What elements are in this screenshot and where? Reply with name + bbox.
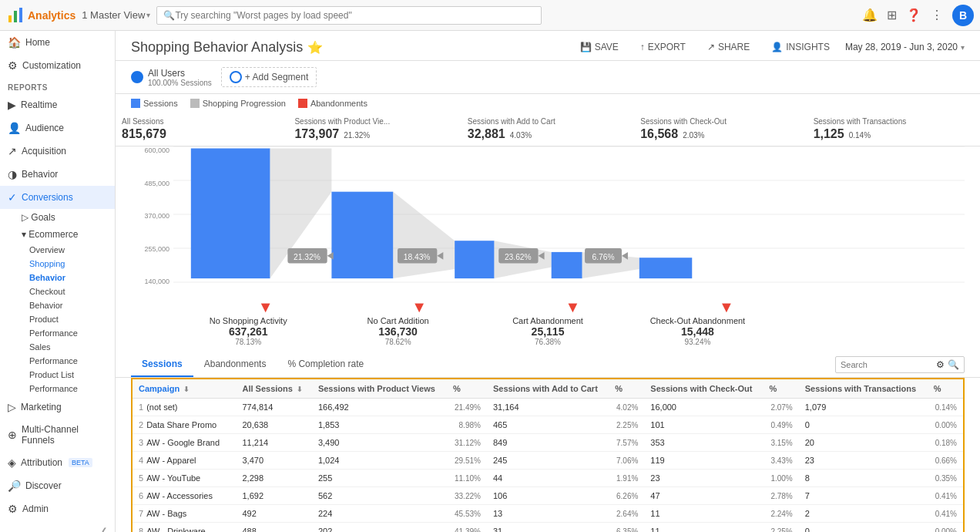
sidebar-item-acquisition[interactable]: ↗ Acquisition: [0, 140, 115, 163]
sidebar-item-admin[interactable]: ⚙ Admin: [0, 497, 115, 520]
arrow-checkout-abandon: ▼: [649, 298, 803, 316]
th-pct1: %: [447, 379, 487, 399]
sidebar-item-marketing[interactable]: ▷ Marketing: [0, 396, 115, 419]
segment-all-users[interactable]: All Users 100.00% Sessions: [131, 68, 212, 87]
th-add-cart[interactable]: Sessions with Add to Cart: [487, 379, 609, 399]
nav-icons: 🔔 ⊞ ❓ ⋮ B: [862, 5, 974, 26]
sidebar-item-multichannel[interactable]: ⊕ Multi-Channel Funnels: [0, 419, 115, 451]
tabs-bar: Sessions Abandonments % Completion rate …: [116, 352, 980, 378]
conversions-icon: ✓: [8, 191, 17, 204]
abandon-label-no-cart: No Cart Addition 136,730 78.62%: [323, 316, 472, 346]
arrow-no-shopping: ▼: [181, 298, 342, 316]
content-area: Shopping Behavior Analysis ⭐ 💾 SAVE ↑ EX…: [116, 31, 980, 532]
sidebar-item-behavior-ec[interactable]: Behavior: [0, 271, 115, 285]
realtime-icon: ▶: [8, 99, 16, 111]
table-row: 5AW - YouTube 2,298 255 11.10% 44 1.91% …: [132, 470, 964, 487]
behavior-icon: ◑: [8, 168, 17, 180]
global-search[interactable]: 🔍: [156, 6, 542, 25]
th-checkout[interactable]: Sessions with Check-Out: [644, 379, 763, 399]
help-icon[interactable]: ❓: [906, 8, 921, 22]
save-button[interactable]: 💾 SAVE: [574, 39, 625, 56]
sidebar-item-performance[interactable]: Performance: [0, 326, 115, 340]
th-campaign[interactable]: Campaign ⬇: [132, 379, 236, 399]
sidebar-item-performance2[interactable]: Performance: [0, 354, 115, 368]
sidebar-item-attribution[interactable]: ◈ Attribution BETA: [0, 451, 115, 474]
sidebar-item-realtime[interactable]: ▶ Realtime: [0, 93, 115, 116]
table-row: 8AW - Drinkware 488 202 41.39% 31 6.35% …: [132, 523, 964, 533]
table-row: 4AW - Apparel 3,470 1,024 29.51% 245 7.0…: [132, 452, 964, 470]
table-search-box[interactable]: ⚙ 🔍: [835, 356, 965, 373]
sidebar-item-conversions[interactable]: ✓ Conversions: [0, 186, 115, 209]
date-range-selector[interactable]: May 28, 2019 - Jun 3, 2020 ▾: [845, 42, 965, 52]
table-row: 2Data Share Promo 20,638 1,853 8.98% 465…: [132, 416, 964, 434]
sessions-legend-dot: [131, 99, 140, 108]
table-search-input[interactable]: [841, 360, 933, 369]
y-axis: 600,000 485,000 370,000 255,000 140,000: [131, 146, 173, 316]
svg-rect-16: [639, 258, 692, 278]
data-table: Campaign ⬇ All Sessions ⬇ Sessions with …: [131, 378, 965, 532]
user-avatar[interactable]: B: [952, 5, 974, 26]
sidebar-item-goals[interactable]: ▷ Goals: [0, 209, 115, 226]
multichannel-icon: ⊕: [8, 429, 17, 441]
app-logo[interactable]: Analytics: [6, 6, 76, 25]
sidebar-item-product[interactable]: Product: [0, 312, 115, 326]
share-icon: ↗: [707, 42, 715, 52]
page-title: Shopping Behavior Analysis ⭐: [131, 39, 323, 56]
tab-completion-rate[interactable]: % Completion rate: [277, 352, 374, 377]
settings-icon[interactable]: ⚙: [936, 359, 945, 370]
reports-section-label: REPORTS: [0, 77, 115, 93]
data-table-container: Campaign ⬇ All Sessions ⬇ Sessions with …: [116, 378, 980, 532]
funnel-col-transactions: Sessions with Transactions 1,125 0.14%: [807, 113, 980, 146]
funnel-col-product-views: Sessions with Product Vie... 173,907 21.…: [288, 113, 461, 146]
sidebar-item-behavior2[interactable]: Behavior: [0, 298, 115, 312]
th-all-sessions[interactable]: All Sessions ⬇: [236, 379, 311, 399]
tab-abandonments[interactable]: Abandonments: [193, 352, 277, 377]
abandon-labels-row: No Shopping Activity 637,261 78.13% No C…: [116, 316, 980, 352]
bell-icon[interactable]: 🔔: [862, 8, 878, 22]
sidebar-collapse-btn[interactable]: ❮: [0, 520, 115, 532]
table-header-row: Campaign ⬇ All Sessions ⬇ Sessions with …: [132, 379, 964, 399]
export-button[interactable]: ↑ EXPORT: [634, 39, 692, 56]
search-icon-table[interactable]: 🔍: [948, 359, 959, 370]
sidebar-item-sales[interactable]: Sales: [0, 340, 115, 354]
app-name: Analytics: [28, 9, 76, 22]
more-icon[interactable]: ⋮: [931, 8, 943, 22]
chart-section: 600,000 485,000 370,000 255,000 140,000: [116, 146, 980, 316]
star-icon: ⭐: [307, 40, 323, 55]
svg-text:21.32%: 21.32%: [294, 251, 321, 261]
sidebar-item-customization[interactable]: ⚙ Customization: [0, 54, 115, 77]
attribution-icon: ◈: [8, 456, 16, 469]
funnel-col-add-cart: Sessions with Add to Cart 32,881 4.03%: [461, 113, 634, 146]
abandon-label-cart: Cart Abandonment 25,115 76.38%: [473, 316, 623, 346]
discover-icon: 🔎: [8, 480, 21, 492]
sidebar-item-discover[interactable]: 🔎 Discover: [0, 474, 115, 497]
insights-button[interactable]: 👤 INSIGHTS: [765, 39, 836, 56]
sidebar-item-overview[interactable]: Overview: [0, 243, 115, 257]
table-row: 1(not set) 774,814 166,492 21.49% 31,164…: [132, 399, 964, 416]
sidebar-item-checkout[interactable]: Checkout: [0, 285, 115, 298]
search-input[interactable]: [175, 10, 535, 21]
th-transactions[interactable]: Sessions with Transactions: [799, 379, 928, 399]
master-view-selector[interactable]: 1 Master View ▾: [82, 9, 150, 21]
sidebar-item-behavior[interactable]: ◑ Behavior: [0, 163, 115, 186]
sidebar-item-ecommerce[interactable]: ▾ Ecommerce: [0, 226, 115, 243]
abandon-label-no-shopping: No Shopping Activity 637,261 78.13%: [173, 316, 323, 346]
grid-icon[interactable]: ⊞: [887, 8, 897, 22]
content-header: Shopping Behavior Analysis ⭐ 💾 SAVE ↑ EX…: [116, 31, 980, 61]
sidebar-item-home[interactable]: 🏠 Home: [0, 31, 115, 54]
share-button[interactable]: ↗ SHARE: [701, 39, 756, 56]
svg-rect-8: [191, 148, 270, 278]
tab-sessions[interactable]: Sessions: [131, 352, 193, 377]
funnel-col-all-sessions: All Sessions 815,679: [116, 113, 288, 146]
sidebar-item-product-list[interactable]: Product List: [0, 368, 115, 382]
svg-marker-19: [327, 252, 334, 260]
segment-name: All Users: [148, 68, 212, 79]
svg-rect-1: [14, 11, 17, 22]
add-segment-button[interactable]: + Add Segment: [221, 67, 317, 87]
legend-sessions: Sessions: [131, 99, 178, 108]
th-product-views[interactable]: Sessions with Product Views: [312, 379, 447, 399]
sidebar-item-audience[interactable]: 👤 Audience: [0, 116, 115, 140]
sidebar-item-performance3[interactable]: Performance: [0, 382, 115, 396]
sidebar-item-shopping[interactable]: Shopping: [0, 257, 115, 271]
abandon-arrows: ▼ ▼ ▼ ▼: [173, 298, 965, 316]
